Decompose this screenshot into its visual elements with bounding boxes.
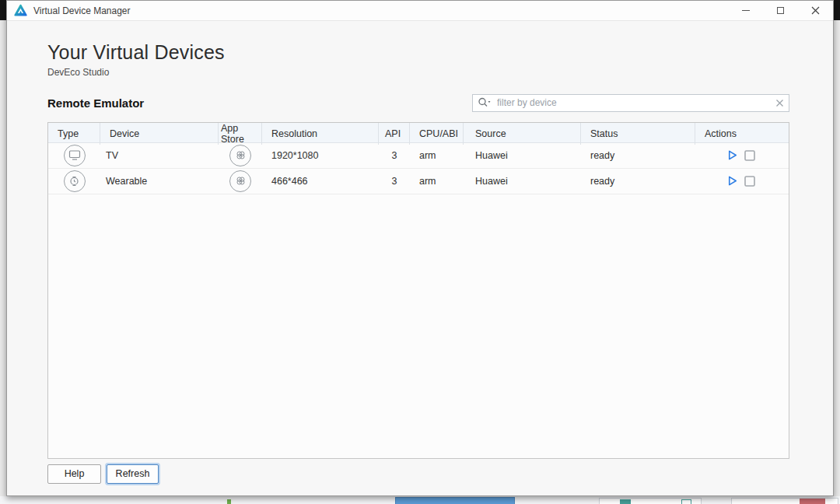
device-name-cell: TV <box>100 143 219 168</box>
desktop-bottom-strip <box>0 496 840 504</box>
minimize-button[interactable] <box>728 1 763 20</box>
page-subtitle: DevEco Studio <box>47 67 793 78</box>
search-icon[interactable] <box>478 97 493 108</box>
deveco-logo-icon <box>14 4 27 17</box>
help-button[interactable]: Help <box>47 464 101 484</box>
source-cell: Huawei <box>464 143 581 168</box>
refresh-button[interactable]: Refresh <box>107 464 159 484</box>
column-header-source: Source <box>464 123 581 145</box>
background-shape <box>800 499 825 504</box>
table-row[interactable]: Wearable 466*466 3 arm Huawei ready <box>48 169 789 194</box>
appgallery-icon[interactable] <box>229 170 251 192</box>
resolution-cell: 466*466 <box>262 169 379 194</box>
table-header-row: Type Device App Store Resolution API CPU… <box>48 123 789 143</box>
cpu-abi-cell: arm <box>410 169 464 194</box>
watch-icon <box>64 170 86 192</box>
background-shape <box>681 499 691 504</box>
column-header-cpuabi: CPU/ABI <box>410 123 464 145</box>
window-title: Virtual Device Manager <box>33 5 131 16</box>
column-header-type: Type <box>48 123 100 145</box>
maximize-icon <box>777 7 784 14</box>
background-shape <box>227 499 231 504</box>
column-header-device: Device <box>100 123 219 145</box>
background-shape <box>620 499 631 504</box>
filter-box[interactable] <box>472 94 789 112</box>
table-row[interactable]: TV 1920*1080 3 arm Huawei ready <box>48 143 789 169</box>
cpu-abi-cell: arm <box>410 143 464 168</box>
source-cell: Huawei <box>464 169 581 194</box>
table-empty-area <box>48 194 789 458</box>
tv-icon <box>64 145 86 166</box>
minimize-icon <box>742 10 750 11</box>
column-header-resolution: Resolution <box>262 123 379 145</box>
close-icon <box>811 6 820 15</box>
maximize-button[interactable] <box>763 1 798 20</box>
device-table: Type Device App Store Resolution API CPU… <box>47 122 789 459</box>
clear-filter-icon[interactable] <box>775 99 784 107</box>
device-name-cell: Wearable <box>100 169 219 194</box>
column-header-appstore: App Store <box>219 123 262 145</box>
virtual-device-manager-window: Virtual Device Manager Your Virtual Devi… <box>6 0 834 496</box>
run-icon[interactable] <box>726 175 738 187</box>
appgallery-icon[interactable] <box>229 145 251 166</box>
run-icon[interactable] <box>726 149 738 161</box>
column-header-api: API <box>379 123 410 145</box>
status-cell: ready <box>581 169 695 194</box>
api-cell: 3 <box>379 143 410 168</box>
resolution-cell: 1920*1080 <box>262 143 379 168</box>
section-title: Remote Emulator <box>47 96 144 110</box>
status-cell: ready <box>581 143 695 168</box>
stop-checkbox[interactable] <box>744 176 755 187</box>
stop-checkbox[interactable] <box>744 150 755 161</box>
titlebar[interactable]: Virtual Device Manager <box>7 1 833 21</box>
column-header-actions: Actions <box>695 123 789 145</box>
api-cell: 3 <box>379 169 410 194</box>
column-header-status: Status <box>581 123 695 145</box>
filter-input[interactable] <box>497 97 775 108</box>
page-title: Your Virtual Devices <box>47 41 793 64</box>
background-shape <box>395 497 515 504</box>
close-button[interactable] <box>798 1 833 20</box>
